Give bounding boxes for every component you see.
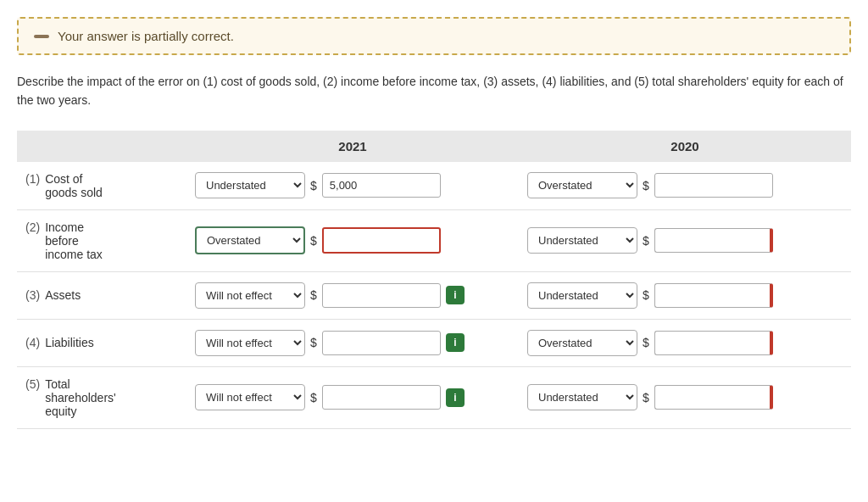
- table-header: 2021 2020: [17, 131, 851, 162]
- input-2020-0[interactable]: [654, 173, 773, 198]
- row-label: (1)Cost ofgoods sold: [17, 172, 186, 199]
- select-2021-2[interactable]: UnderstatedOverstatedWill not effect: [195, 282, 305, 309]
- description-text: Describe the impact of the error on (1) …: [17, 72, 851, 110]
- select-2021-0[interactable]: UnderstatedOverstatedWill not effect: [195, 172, 305, 198]
- dollar-2021-0: $: [310, 179, 317, 192]
- dollar-2020-2: $: [643, 288, 649, 302]
- table-row: (4)LiabilitiesUnderstatedOverstatedWill …: [17, 320, 851, 367]
- input-2021-4[interactable]: [322, 385, 441, 410]
- select-2021-3[interactable]: UnderstatedOverstatedWill not effect: [195, 330, 305, 356]
- row-num: (1): [25, 172, 40, 186]
- table-row: (3)AssetsUnderstatedOverstatedWill not e…: [17, 272, 851, 320]
- row-num: (5): [25, 377, 40, 391]
- cell-2021-1: UnderstatedOverstatedWill not effect$: [186, 226, 519, 254]
- select-2020-0[interactable]: UnderstatedOverstatedWill not effect: [527, 172, 637, 198]
- row-name: Liabilities: [45, 336, 94, 349]
- cell-2020-2: UnderstatedOverstatedWill not effect$: [519, 282, 851, 309]
- input-2021-3[interactable]: [322, 331, 441, 355]
- input-2020-4[interactable]: [654, 385, 773, 410]
- dollar-2021-2: $: [310, 288, 317, 302]
- dollar-2020-4: $: [643, 391, 649, 404]
- alert-box: Your answer is partially correct.: [17, 17, 851, 55]
- select-2020-2[interactable]: UnderstatedOverstatedWill not effect: [527, 282, 637, 309]
- select-2021-4[interactable]: UnderstatedOverstatedWill not effect: [195, 384, 305, 410]
- row-name: Incomebeforeincome tax: [45, 220, 103, 261]
- table-row: (2)Incomebeforeincome taxUnderstatedOver…: [17, 210, 851, 272]
- select-2020-3[interactable]: UnderstatedOverstatedWill not effect: [527, 330, 637, 356]
- row-num: (3): [25, 288, 40, 302]
- row-num: (4): [25, 336, 40, 349]
- cell-2021-2: UnderstatedOverstatedWill not effect$i: [186, 282, 519, 309]
- input-2020-3[interactable]: [654, 331, 773, 355]
- header-2021: 2021: [186, 139, 519, 153]
- table-row: (5)Totalshareholders'equityUnderstatedOv…: [17, 367, 851, 429]
- dollar-2021-4: $: [310, 391, 317, 404]
- row-label: (3)Assets: [17, 288, 186, 302]
- cell-2020-3: UnderstatedOverstatedWill not effect$: [519, 330, 851, 356]
- dollar-2020-3: $: [643, 336, 649, 349]
- info-btn-2021-4[interactable]: i: [446, 388, 465, 407]
- row-name: Assets: [45, 288, 81, 302]
- dollar-2021-1: $: [310, 234, 317, 248]
- header-label-col: [17, 139, 186, 153]
- cell-2021-3: UnderstatedOverstatedWill not effect$i: [186, 330, 519, 356]
- row-num: (2): [25, 220, 40, 234]
- input-2021-0[interactable]: [322, 173, 441, 198]
- input-2020-2[interactable]: [654, 283, 773, 308]
- row-label: (5)Totalshareholders'equity: [17, 377, 186, 418]
- minus-icon: [34, 35, 49, 38]
- cell-2020-4: UnderstatedOverstatedWill not effect$: [519, 384, 851, 410]
- dollar-2020-1: $: [643, 234, 649, 248]
- cell-2021-4: UnderstatedOverstatedWill not effect$i: [186, 384, 519, 410]
- cell-2020-1: UnderstatedOverstatedWill not effect$: [519, 227, 851, 254]
- row-label: (4)Liabilities: [17, 336, 186, 349]
- cell-2020-0: UnderstatedOverstatedWill not effect$: [519, 172, 851, 198]
- info-btn-2021-3[interactable]: i: [446, 333, 465, 352]
- dollar-2021-3: $: [310, 336, 317, 349]
- select-2021-1[interactable]: UnderstatedOverstatedWill not effect: [195, 226, 305, 254]
- input-2021-1[interactable]: [322, 227, 441, 254]
- header-2020: 2020: [519, 139, 851, 153]
- dollar-2020-0: $: [643, 179, 649, 192]
- row-name: Totalshareholders'equity: [45, 377, 116, 418]
- info-btn-2021-2[interactable]: i: [446, 286, 465, 304]
- table-body: (1)Cost ofgoods soldUnderstatedOverstate…: [17, 162, 851, 429]
- row-name: Cost ofgoods sold: [45, 172, 103, 199]
- input-2020-1[interactable]: [654, 228, 773, 253]
- cell-2021-0: UnderstatedOverstatedWill not effect$: [186, 172, 519, 198]
- select-2020-1[interactable]: UnderstatedOverstatedWill not effect: [527, 227, 637, 254]
- select-2020-4[interactable]: UnderstatedOverstatedWill not effect: [527, 384, 637, 410]
- table-row: (1)Cost ofgoods soldUnderstatedOverstate…: [17, 162, 851, 210]
- row-label: (2)Incomebeforeincome tax: [17, 220, 186, 261]
- alert-text: Your answer is partially correct.: [58, 29, 234, 43]
- impact-table: 2021 2020 (1)Cost ofgoods soldUnderstate…: [17, 131, 851, 429]
- input-2021-2[interactable]: [322, 283, 441, 308]
